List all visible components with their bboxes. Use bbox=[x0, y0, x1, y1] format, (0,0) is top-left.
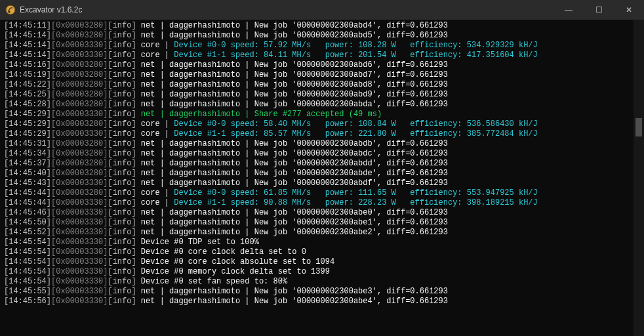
window-title: Excavator v1.6.2c bbox=[20, 5, 82, 14]
log-line: [14:45:54][0x00003330][info] Device #0 T… bbox=[4, 238, 630, 247]
log-line: [14:45:37][0x00003280][info] net | dagge… bbox=[4, 159, 630, 169]
titlebar[interactable]: Excavator v1.6.2c — ☐ ✕ bbox=[0, 0, 644, 20]
log-line: [14:45:46][0x00003330][info] net | dagge… bbox=[4, 208, 630, 218]
minimize-icon: — bbox=[565, 5, 573, 14]
log-line: [14:45:25][0x00003280][info] net | dagge… bbox=[4, 90, 630, 100]
log-line: [14:45:14][0x00003280][info] net | dagge… bbox=[4, 31, 630, 41]
log-line: [14:45:29][0x00003330][info] core | Devi… bbox=[4, 129, 630, 139]
log-line: [14:45:11][0x00003280][info] net | dagge… bbox=[4, 21, 630, 31]
scrollbar-thumb[interactable] bbox=[635, 118, 642, 136]
close-icon: ✕ bbox=[626, 5, 632, 14]
log-line: [14:45:56][0x00003330][info] net | dagge… bbox=[4, 297, 630, 306]
log-line: [14:45:44][0x00003280][info] core | Devi… bbox=[4, 188, 630, 198]
log-output: [14:45:11][0x00003280][info] net | dagge… bbox=[0, 20, 634, 310]
close-button[interactable]: ✕ bbox=[614, 0, 644, 20]
excavator-app-icon bbox=[5, 5, 16, 15]
console-area[interactable]: [14:45:11][0x00003280][info] net | dagge… bbox=[0, 20, 644, 336]
log-line: [14:45:14][0x00003330][info] core | Devi… bbox=[4, 51, 630, 60]
svg-point-0 bbox=[6, 5, 15, 14]
log-line: [14:45:54][0x00003330][info] Device #0 c… bbox=[4, 257, 630, 267]
log-line: [14:45:29][0x00003280][info] core | Devi… bbox=[4, 119, 630, 129]
log-line: [14:45:28][0x00003280][info] net | dagge… bbox=[4, 100, 630, 110]
log-line: [14:45:29][0x00003330][info] net | dagge… bbox=[4, 110, 630, 119]
log-line: [14:45:22][0x00003280][info] net | dagge… bbox=[4, 80, 630, 90]
log-line: [14:45:43][0x00003330][info] net | dagge… bbox=[4, 178, 630, 188]
log-line: [14:45:34][0x00003280][info] net | dagge… bbox=[4, 149, 630, 159]
log-line: [14:45:52][0x00003330][info] net | dagge… bbox=[4, 228, 630, 238]
log-line: [14:45:50][0x00003330][info] net | dagge… bbox=[4, 218, 630, 228]
minimize-button[interactable]: — bbox=[553, 0, 584, 20]
log-line: [14:45:54][0x00003330][info] Device #0 s… bbox=[4, 277, 630, 287]
log-line: [14:45:16][0x00003280][info] net | dagge… bbox=[4, 60, 630, 70]
log-line: [14:45:31][0x00003280][info] net | dagge… bbox=[4, 139, 630, 149]
log-line: [14:45:54][0x00003330][info] Device #0 m… bbox=[4, 267, 630, 277]
scrollbar-track[interactable] bbox=[634, 20, 644, 336]
maximize-icon: ☐ bbox=[595, 5, 603, 14]
log-line: [14:45:14][0x00003330][info] core | Devi… bbox=[4, 41, 630, 51]
log-line: [14:45:19][0x00003280][info] net | dagge… bbox=[4, 70, 630, 80]
window-buttons: — ☐ ✕ bbox=[553, 0, 644, 20]
log-line: [14:45:40][0x00003280][info] net | dagge… bbox=[4, 169, 630, 178]
log-line: [14:45:55][0x00003330][info] net | dagge… bbox=[4, 287, 630, 297]
log-line: [14:45:54][0x00003330][info] Device #0 c… bbox=[4, 247, 630, 257]
log-line: [14:45:44][0x00003330][info] core | Devi… bbox=[4, 198, 630, 208]
svg-point-1 bbox=[8, 10, 10, 12]
maximize-button[interactable]: ☐ bbox=[584, 0, 614, 20]
